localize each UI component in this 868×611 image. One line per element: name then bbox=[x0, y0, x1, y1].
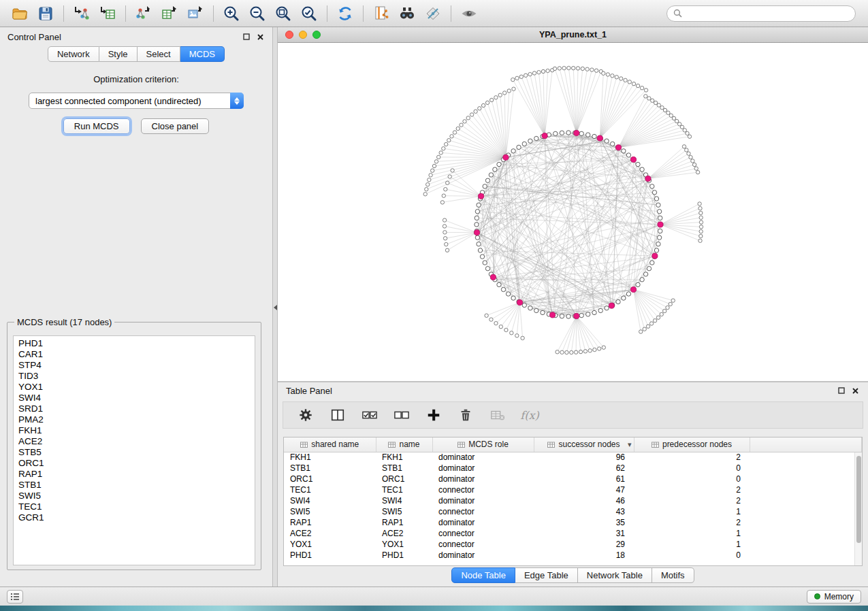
table-cell[interactable]: dominator bbox=[432, 550, 534, 561]
table-cell[interactable]: 0 bbox=[634, 463, 750, 474]
graph-leaf-node[interactable] bbox=[553, 67, 556, 70]
graph-leaf-node[interactable] bbox=[699, 230, 703, 233]
graph-node[interactable] bbox=[636, 162, 640, 166]
graph-node[interactable] bbox=[480, 254, 484, 259]
graph-node[interactable] bbox=[497, 282, 501, 286]
graph-leaf-node[interactable] bbox=[444, 188, 447, 191]
window-zoom-icon[interactable] bbox=[312, 31, 321, 39]
graph-leaf-node[interactable] bbox=[470, 113, 473, 116]
table-tab-edge-table[interactable]: Edge Table bbox=[515, 567, 578, 583]
mcds-result-item[interactable]: PHD1 bbox=[14, 338, 255, 349]
graph-leaf-node[interactable] bbox=[590, 68, 594, 71]
graph-node[interactable] bbox=[501, 287, 505, 291]
graph-leaf-node[interactable] bbox=[425, 188, 428, 191]
graph-leaf-node[interactable] bbox=[602, 346, 605, 349]
graph-leaf-node[interactable] bbox=[558, 67, 561, 70]
graph-leaf-node[interactable] bbox=[451, 169, 454, 172]
graph-leaf-node[interactable] bbox=[481, 103, 485, 107]
graph-node[interactable] bbox=[534, 136, 539, 140]
graph-node[interactable] bbox=[586, 312, 590, 316]
export-table-button[interactable] bbox=[157, 3, 182, 24]
table-cell[interactable]: 2 bbox=[634, 452, 750, 463]
mcds-result-list[interactable]: PHD1CAR1STP4TID3YOX1SWI4SRD1PMA2FKH1ACE2… bbox=[13, 335, 255, 565]
graph-leaf-node[interactable] bbox=[485, 314, 488, 317]
zoom-out-button[interactable] bbox=[244, 3, 270, 24]
graph-leaf-node[interactable] bbox=[685, 148, 688, 152]
graph-node[interactable] bbox=[657, 210, 661, 214]
table-cell[interactable]: 2 bbox=[634, 484, 750, 495]
graph-leaf-node[interactable] bbox=[524, 73, 528, 77]
graph-dominator-node[interactable] bbox=[645, 176, 651, 181]
tab-select[interactable]: Select bbox=[138, 46, 180, 62]
table-row[interactable]: RAP1RAP1dominator352 bbox=[284, 517, 862, 528]
graph-dominator-node[interactable] bbox=[542, 133, 547, 139]
network-canvas[interactable] bbox=[278, 43, 868, 381]
graph-leaf-node[interactable] bbox=[537, 71, 541, 74]
table-cell[interactable]: 2 bbox=[634, 517, 750, 528]
run-mcds-button[interactable]: Run MCDS bbox=[63, 118, 130, 134]
graph-leaf-node[interactable] bbox=[503, 91, 507, 95]
graph-leaf-node[interactable] bbox=[443, 231, 447, 234]
graph-leaf-node[interactable] bbox=[498, 93, 502, 97]
graph-leaf-node[interactable] bbox=[698, 239, 702, 242]
graph-leaf-node[interactable] bbox=[426, 183, 430, 186]
table-cell[interactable]: dominator bbox=[432, 495, 534, 506]
graph-leaf-node[interactable] bbox=[567, 66, 570, 69]
table-row[interactable]: YOX1YOX1connector291 bbox=[284, 539, 862, 550]
table-cell[interactable]: 1 bbox=[634, 539, 750, 550]
graph-leaf-node[interactable] bbox=[437, 155, 440, 159]
graph-leaf-node[interactable] bbox=[572, 66, 575, 69]
table-row[interactable]: PHD1PHD1dominator180 bbox=[284, 550, 862, 561]
table-cell[interactable]: 96 bbox=[534, 452, 634, 463]
import-table-button[interactable] bbox=[95, 3, 120, 24]
graph-leaf-node[interactable] bbox=[647, 97, 651, 100]
graph-leaf-node[interactable] bbox=[445, 242, 448, 246]
graph-leaf-node[interactable] bbox=[692, 163, 696, 166]
graph-node[interactable] bbox=[511, 296, 515, 300]
scrollbar-thumb[interactable] bbox=[856, 456, 861, 543]
graph-leaf-node[interactable] bbox=[694, 167, 698, 170]
graph-leaf-node[interactable] bbox=[490, 98, 494, 101]
graph-leaf-node[interactable] bbox=[463, 120, 466, 123]
graph-leaf-node[interactable] bbox=[588, 349, 592, 352]
graph-node[interactable] bbox=[616, 299, 620, 303]
mcds-result-item[interactable]: GCR1 bbox=[14, 512, 255, 523]
graph-node[interactable] bbox=[657, 235, 661, 240]
graph-node[interactable] bbox=[478, 248, 482, 252]
graph-node[interactable] bbox=[477, 242, 481, 246]
graph-leaf-node[interactable] bbox=[450, 135, 453, 138]
graph-leaf-node[interactable] bbox=[660, 312, 663, 316]
graph-leaf-node[interactable] bbox=[663, 108, 666, 112]
select-all-button[interactable] bbox=[361, 406, 379, 424]
graph-leaf-node[interactable] bbox=[447, 139, 451, 142]
graph-leaf-node[interactable] bbox=[698, 207, 702, 210]
tab-network[interactable]: Network bbox=[48, 46, 99, 62]
column-header-name[interactable]: name bbox=[376, 437, 432, 452]
graph-node[interactable] bbox=[475, 222, 479, 227]
graph-node[interactable] bbox=[579, 131, 583, 135]
graph-leaf-node[interactable] bbox=[512, 87, 515, 90]
table-cell[interactable]: 0 bbox=[634, 474, 750, 484]
graph-node[interactable] bbox=[605, 139, 609, 143]
graph-leaf-node[interactable] bbox=[485, 101, 489, 104]
show-details-button[interactable] bbox=[456, 3, 482, 24]
graph-dominator-node[interactable] bbox=[597, 135, 602, 141]
graph-node[interactable] bbox=[517, 145, 521, 149]
graph-node[interactable] bbox=[656, 242, 660, 246]
graph-leaf-node[interactable] bbox=[651, 99, 654, 102]
table-cell[interactable]: dominator bbox=[432, 452, 534, 463]
graph-dominator-node[interactable] bbox=[574, 313, 579, 318]
table-cell[interactable]: STB1 bbox=[376, 463, 432, 474]
graph-leaf-node[interactable] bbox=[698, 202, 701, 205]
zoom-selected-button[interactable] bbox=[296, 3, 322, 24]
graph-leaf-node[interactable] bbox=[576, 67, 579, 70]
graph-node[interactable] bbox=[636, 282, 640, 286]
graph-leaf-node[interactable] bbox=[474, 110, 477, 113]
splitter-collapse-icon[interactable] bbox=[274, 305, 277, 310]
graph-node[interactable] bbox=[506, 292, 510, 296]
graph-leaf-node[interactable] bbox=[660, 106, 664, 110]
table-cell[interactable]: ORC1 bbox=[376, 474, 432, 484]
graph-node[interactable] bbox=[566, 131, 570, 135]
column-header-shared-name[interactable]: shared name bbox=[284, 437, 376, 452]
table-cell[interactable]: STB1 bbox=[284, 463, 376, 474]
